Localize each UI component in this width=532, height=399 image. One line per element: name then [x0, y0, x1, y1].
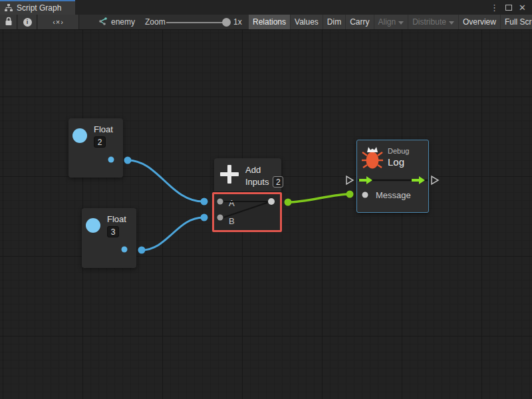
wire-add-to-debug: [288, 194, 350, 202]
message-port-label: Message: [376, 190, 411, 200]
wire-float1-to-add-a: [128, 160, 203, 201]
close-icon[interactable]: ✕: [519, 3, 526, 12]
float-2-value-port[interactable]: [86, 218, 100, 233]
node-add[interactable]: Add Inputs 2: [214, 158, 281, 192]
unity-visual-scripting-window: Script Graph ⋮ ✕ i ‹×› enemy Zoom: [0, 0, 532, 399]
node-title: Float: [107, 214, 126, 224]
toolbar-button-group: Relations Values Dim Carry Align Distrib…: [249, 15, 532, 29]
wire-float2-to-add-b: [142, 217, 203, 250]
node-title: Log: [388, 156, 404, 168]
lock-button[interactable]: [0, 15, 17, 29]
plus-icon: [220, 165, 239, 184]
inputs-count-field[interactable]: 2: [273, 176, 283, 188]
graph-toolbar: i ‹×› enemy Zoom 1x Relations Values Dim…: [0, 15, 532, 30]
node-float-1[interactable]: Float 2: [68, 118, 123, 178]
graph-name-button[interactable]: enemy: [91, 15, 142, 29]
tab-title: Script Graph: [17, 3, 61, 13]
graph-name-label: enemy: [111, 17, 135, 27]
carry-button[interactable]: Carry: [346, 15, 373, 29]
bug-icon: [362, 145, 383, 173]
overview-button[interactable]: Overview: [459, 15, 500, 29]
code-view-button[interactable]: ‹×›: [38, 15, 79, 29]
window-controls: ⋮ ✕: [490, 0, 532, 15]
port-row-a[interactable]: A: [214, 194, 280, 212]
menu-icon[interactable]: ⋮: [490, 3, 499, 12]
port-a-label: A: [229, 198, 235, 208]
chevron-down-icon: [398, 21, 404, 25]
graph-reference-icon: [98, 17, 107, 27]
port-row-b[interactable]: B: [214, 212, 280, 230]
node-float-2[interactable]: Float 3: [82, 208, 136, 268]
node-debug-log[interactable]: Debug Log Message: [356, 140, 429, 213]
values-button[interactable]: Values: [291, 15, 323, 29]
float-1-value-field[interactable]: 2: [94, 136, 106, 148]
script-graph-icon: [5, 4, 13, 12]
float-1-value-port[interactable]: [72, 128, 87, 143]
port-b-label: B: [229, 216, 235, 226]
inputs-label: Inputs: [245, 177, 269, 187]
dim-button[interactable]: Dim: [323, 15, 345, 29]
titlebar: Script Graph ⋮ ✕: [0, 0, 532, 15]
flow-input-triangle-icon: [346, 176, 353, 184]
float-2-value-field[interactable]: 3: [107, 226, 119, 237]
relations-button[interactable]: Relations: [249, 15, 290, 29]
add-ports-highlight[interactable]: A B: [212, 192, 282, 232]
zoom-value: 1x: [233, 17, 242, 27]
zoom-slider-track[interactable]: [166, 22, 227, 23]
info-button[interactable]: i: [18, 15, 37, 29]
tab-script-graph[interactable]: Script Graph: [0, 0, 75, 15]
maximize-icon[interactable]: [505, 5, 512, 11]
align-dropdown[interactable]: Align: [374, 15, 408, 29]
distribute-dropdown[interactable]: Distribute: [408, 15, 458, 29]
full-screen-button[interactable]: Full Screen: [501, 15, 532, 29]
node-title: Float: [94, 124, 113, 134]
node-title: Add: [245, 165, 283, 175]
code-view-icon: ‹×›: [53, 18, 64, 26]
zoom-label: Zoom: [145, 17, 166, 27]
lock-icon: [5, 17, 13, 28]
info-icon: i: [23, 18, 32, 27]
flow-output-triangle-icon: [432, 176, 438, 184]
node-category: Debug: [388, 147, 409, 155]
graph-canvas[interactable]: Float 2 Float 3 Add Inputs 2: [0, 30, 532, 399]
chevron-down-icon: [449, 21, 454, 25]
zoom-slider-handle[interactable]: [222, 18, 231, 27]
